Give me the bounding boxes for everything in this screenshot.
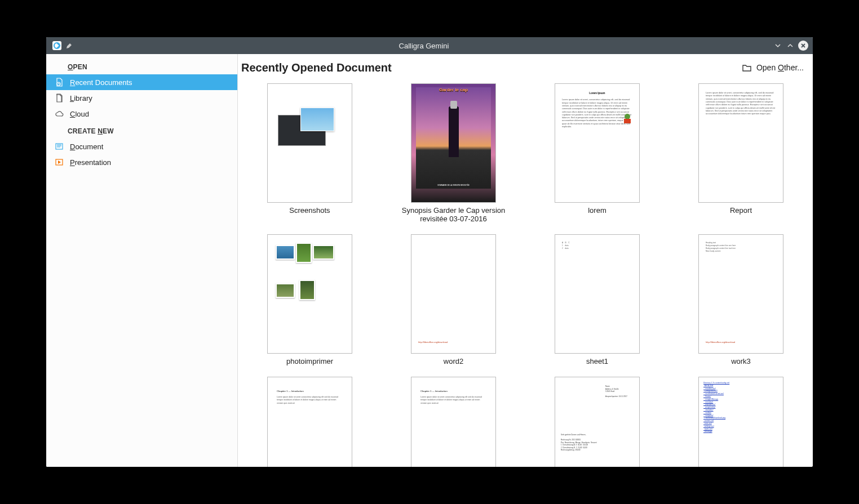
doc-label: lorem [588, 206, 606, 215]
doc-thumbnail [267, 83, 352, 203]
titlebar: Calligra Gemini [46, 37, 813, 54]
doc-label: photoimprimer [286, 357, 333, 365]
document-grid-scroll[interactable]: Screenshots Garder le cap SOMMAIRE DE LA… [238, 81, 813, 467]
content-area: Recently Opened Document Open Other... [238, 54, 813, 467]
recent-doc-icon [54, 78, 64, 87]
doc-item[interactable]: photoimprimer [243, 234, 376, 365]
doc-item[interactable]: Lorem ipsum dolor sit amet, consectetur … [675, 83, 807, 223]
svg-point-4 [625, 114, 630, 119]
doc-label: work3 [731, 357, 751, 365]
doc-label: Synopsis Garder le Cap version revisitée… [387, 206, 520, 223]
doc-thumbnail: A B C 1 data 2 data [555, 234, 640, 354]
svg-rect-5 [624, 119, 631, 123]
sidebar-item-label: Library [70, 94, 92, 102]
doc-thumbnail: Chapitre 1 — Introduction Lorem ipsum do… [267, 377, 352, 467]
window-title: Calligra Gemini [74, 42, 773, 50]
doc-label: word2 [444, 357, 463, 365]
page-title: Recently Opened Document [241, 61, 392, 74]
minimize-button[interactable] [773, 41, 782, 50]
doc-thumbnail: http://libreoffice.org/download [411, 234, 496, 354]
doc-label: sheet1 [586, 357, 608, 365]
sidebar-heading-open: OPEN [46, 57, 237, 74]
document-icon [54, 142, 64, 151]
doc-item[interactable]: http://libreoffice.org/download word2 [387, 234, 520, 365]
sidebar-item-label: Cloud [70, 110, 89, 118]
doc-item[interactable]: Directory 1.7x content/config.xml META-I… [675, 377, 807, 467]
doc-thumbnail: NameAddress & Straße12345 StadtAnsprechp… [555, 377, 640, 467]
content-header: Recently Opened Document Open Other... [238, 54, 813, 81]
doc-item[interactable]: Lorem Ipsum Lorem ipsum dolor sit amet, … [531, 83, 663, 223]
sidebar-item-label: Document [70, 142, 103, 151]
library-icon [54, 93, 64, 102]
open-other-button[interactable]: Open Other... [738, 60, 807, 75]
open-other-label: Open Other... [756, 63, 804, 72]
sidebar-item-document[interactable]: Document [46, 139, 237, 154]
doc-item[interactable]: A B C 1 data 2 data sheet1 [531, 234, 663, 365]
maximize-button[interactable] [786, 41, 795, 50]
doc-thumbnail: Lorem Ipsum Lorem ipsum dolor sit amet, … [555, 83, 640, 203]
doc-item[interactable]: Chapitre 1 — Introduction Lorem ipsum do… [387, 377, 520, 467]
doc-thumbnail: Lorem ipsum dolor sit amet, consectetur … [698, 83, 783, 203]
sidebar-item-recent[interactable]: Recent Documents [46, 74, 237, 90]
doc-thumbnail: Directory 1.7x content/config.xml META-I… [698, 377, 783, 467]
sidebar-item-library[interactable]: Library [46, 90, 237, 106]
doc-label: Screenshots [289, 206, 330, 215]
document-grid: Screenshots Garder le cap SOMMAIRE DE LA… [243, 83, 807, 467]
close-button[interactable] [798, 41, 808, 51]
presentation-icon [54, 158, 64, 167]
doc-item[interactable]: Garder le cap SOMMAIRE DE LA VERSION REV… [387, 83, 520, 223]
folder-icon [742, 63, 752, 73]
sidebar-item-label: Recent Documents [70, 78, 132, 87]
app-window: Calligra Gemini OPEN Recent Documents [46, 37, 813, 467]
doc-item[interactable]: Chapitre 1 — Introduction Lorem ipsum do… [243, 377, 376, 467]
sidebar: OPEN Recent Documents Library Cloud C [46, 54, 238, 467]
doc-item[interactable]: NameAddress & Straße12345 StadtAnsprechp… [531, 377, 663, 467]
app-icon [51, 41, 63, 51]
sidebar-item-label: Presentation [70, 158, 111, 167]
doc-item[interactable]: Screenshots [243, 83, 376, 223]
doc-thumbnail: Garder le cap SOMMAIRE DE LA VERSION REV… [411, 83, 496, 203]
sidebar-heading-create: CREATE NEW [46, 122, 237, 139]
doc-label: Report [730, 206, 752, 215]
doc-thumbnail: Heading textBody paragraph content line … [698, 234, 783, 354]
doc-thumbnail [267, 234, 352, 354]
sidebar-item-cloud[interactable]: Cloud [46, 106, 237, 122]
sidebar-item-presentation[interactable]: Presentation [46, 154, 237, 170]
doc-thumbnail: Chapitre 1 — Introduction Lorem ipsum do… [411, 377, 496, 467]
cloud-icon [54, 109, 64, 118]
pin-icon[interactable] [64, 42, 74, 50]
doc-item[interactable]: Heading textBody paragraph content line … [675, 234, 807, 365]
